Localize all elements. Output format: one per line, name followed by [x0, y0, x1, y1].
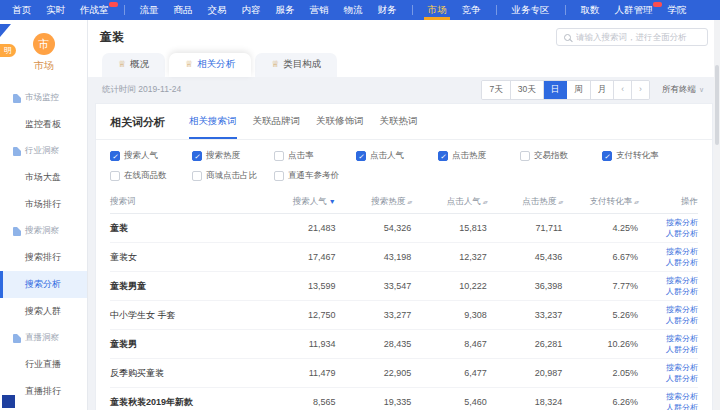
sidebar-section-label: 搜索洞察	[25, 225, 59, 237]
action-link[interactable]: 人群分析	[666, 287, 698, 296]
sidebar-item[interactable]: 搜索排行	[0, 244, 87, 271]
actions-cell: 搜索分析人群分析	[638, 247, 698, 266]
metric-checkbox[interactable]: ✓支付转化率	[602, 150, 684, 162]
nav-item[interactable]: 服务	[276, 0, 295, 20]
col-header[interactable]: 点击热度▴▾	[487, 196, 563, 208]
prev-button[interactable]: ‹	[614, 81, 632, 99]
action-link[interactable]: 人群分析	[666, 374, 698, 383]
metric-checkbox[interactable]: 交易指数	[520, 150, 602, 162]
tab-item[interactable]: ♕类目构成	[255, 53, 337, 77]
metric-checkbox[interactable]: ✓搜索热度	[192, 150, 274, 162]
action-link[interactable]: 人群分析	[666, 345, 698, 354]
tab-label: 类目构成	[283, 58, 321, 71]
terminal-filter-dropdown[interactable]: 所有终端 ∨	[662, 84, 704, 96]
header-tabs: ♕概况♕相关分析♕类目构成	[100, 53, 708, 77]
panel-tab[interactable]: 关联品牌词	[253, 115, 301, 139]
nav-item[interactable]: 营销	[310, 0, 329, 20]
page-title: 童装	[100, 29, 124, 46]
action-link[interactable]: 搜索分析	[666, 392, 698, 401]
panel-head: 相关词分析 相关搜索词关联品牌词关联修饰词关联热词	[96, 104, 712, 140]
range-button[interactable]: 月	[591, 81, 615, 99]
nav-item[interactable]: 取数	[581, 0, 600, 20]
nav-item[interactable]: 商品	[174, 0, 193, 20]
nav-item[interactable]: 首页	[12, 0, 31, 20]
nav-item[interactable]: 学院	[668, 0, 687, 20]
metric-value-cell: 8,565	[260, 397, 336, 407]
metric-checkbox[interactable]: ✓点击热度	[438, 150, 520, 162]
nav-item[interactable]: 交易	[208, 0, 227, 20]
search-word-cell: 童装秋装2019年新款	[110, 396, 260, 409]
search-word-cell: 童装男	[110, 338, 260, 351]
sidebar: 明 市 市场 市场监控监控看板行业洞察市场大盘市场排行搜索洞察搜索排行搜索分析搜…	[0, 20, 88, 410]
metric-value-cell: 10,222	[411, 281, 487, 291]
sidebar-item[interactable]: 市场大盘	[0, 164, 87, 191]
action-link[interactable]: 人群分析	[666, 316, 698, 325]
actions-cell: 搜索分析人群分析	[638, 305, 698, 324]
table-row: 童装21,48354,32615,81371,7114.25%搜索分析人群分析	[110, 214, 698, 243]
range-button[interactable]: 30天	[511, 81, 544, 99]
nav-item[interactable]: 物流	[344, 0, 363, 20]
nav-item[interactable]: 财务	[378, 0, 397, 20]
col-header[interactable]: 搜索人气▼	[260, 196, 336, 208]
metric-value-cell: 71,711	[487, 223, 563, 233]
nav-item[interactable]: 流量	[140, 0, 159, 20]
action-link[interactable]: 人群分析	[666, 403, 698, 410]
actions-cell: 搜索分析人群分析	[638, 392, 698, 410]
sidebar-item[interactable]: 市场排行	[0, 191, 87, 218]
sidebar-item[interactable]: 搜索人群	[0, 298, 87, 325]
col-header-label: 搜索人气	[293, 196, 327, 206]
sidebar-item[interactable]: 监控看板	[0, 111, 87, 138]
panel-tab[interactable]: 关联修饰词	[316, 115, 364, 139]
metric-checkbox[interactable]: 直通车参考价	[274, 170, 356, 182]
col-header[interactable]: 点击人气▴▾	[411, 196, 487, 208]
action-link[interactable]: 搜索分析	[666, 218, 698, 227]
nav-item[interactable]: 竞争	[462, 0, 481, 20]
panel-tab[interactable]: 相关搜索词	[189, 115, 237, 139]
sidebar-section-label: 市场监控	[25, 92, 59, 104]
sidebar-collapse-button[interactable]	[2, 395, 15, 408]
range-button[interactable]: 7天	[482, 81, 510, 99]
nav-item[interactable]: 人群管理	[615, 0, 653, 20]
sidebar-item[interactable]: 搜索分析	[0, 271, 87, 298]
nav-item[interactable]: 作战室	[80, 0, 109, 20]
checkbox-checked-icon: ✓	[438, 151, 448, 161]
action-link[interactable]: 搜索分析	[666, 334, 698, 343]
action-link[interactable]: 搜索分析	[666, 363, 698, 372]
range-button[interactable]: 周	[567, 81, 591, 99]
nav-item[interactable]: 内容	[242, 0, 261, 20]
scrollbar-thumb[interactable]	[715, 65, 719, 145]
app-body: 明 市 市场 市场监控监控看板行业洞察市场大盘市场排行搜索洞察搜索排行搜索分析搜…	[0, 20, 720, 410]
next-button[interactable]: ›	[632, 81, 649, 99]
sidebar-section-header: 直播洞察	[0, 325, 87, 351]
metric-value-cell: 17,467	[260, 252, 336, 262]
search-word-cell: 反季购买童装	[110, 367, 260, 380]
metric-checkbox[interactable]: ✓点击人气	[356, 150, 438, 162]
nav-item[interactable]: 实时	[46, 0, 65, 20]
col-header[interactable]: 搜索热度▴▾	[336, 196, 412, 208]
metric-checkbox[interactable]: 在线商品数	[110, 170, 192, 182]
nav-item[interactable]: 业务专区	[512, 0, 550, 20]
action-link[interactable]: 搜索分析	[666, 276, 698, 285]
action-link[interactable]: 人群分析	[666, 258, 698, 267]
tab-item[interactable]: ♕概况	[102, 53, 165, 77]
sidebar-item[interactable]: 行业直播	[0, 351, 87, 378]
tab-active[interactable]: ♕相关分析	[169, 53, 251, 77]
metric-checkbox[interactable]: 点击率	[274, 150, 356, 162]
scrollbar[interactable]	[714, 20, 720, 410]
col-header[interactable]: 支付转化率▴▾	[562, 196, 638, 208]
nav-item[interactable]: 市场	[428, 0, 447, 20]
action-link[interactable]: 搜索分析	[666, 305, 698, 314]
metric-checkbox[interactable]: 商城点击占比	[192, 170, 274, 182]
panel-tab[interactable]: 关联热词	[380, 115, 418, 139]
sidebar-section-header: 搜索洞察	[0, 218, 87, 244]
nav-divider	[565, 5, 566, 15]
metric-label: 搜索热度	[206, 150, 240, 162]
range-button[interactable]: 日	[544, 81, 568, 99]
metric-checkbox[interactable]: ✓搜索人气	[110, 150, 192, 162]
keyword-search-box[interactable]	[556, 28, 708, 46]
search-input[interactable]	[576, 32, 700, 42]
panel-title: 相关词分析	[110, 115, 165, 139]
action-link[interactable]: 搜索分析	[666, 247, 698, 256]
action-link[interactable]: 人群分析	[666, 229, 698, 238]
sort-desc-icon[interactable]: ▼	[329, 198, 336, 205]
